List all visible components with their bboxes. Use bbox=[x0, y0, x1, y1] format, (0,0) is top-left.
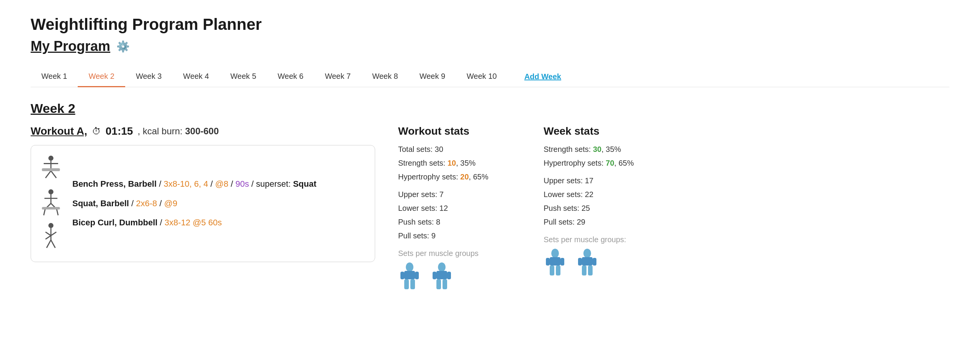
workout-section: Workout A, ⏱ 01:15 , kcal burn: 300-600 bbox=[31, 125, 375, 262]
week-heading: Week 2 bbox=[31, 101, 949, 116]
svg-point-6 bbox=[48, 189, 53, 194]
add-week-button[interactable]: Add Week bbox=[514, 67, 572, 86]
workout-muscle-figure-back bbox=[430, 262, 453, 293]
svg-line-16 bbox=[46, 232, 51, 235]
week-hypertrophy-sets-pct: 65% bbox=[619, 159, 634, 167]
tab-week-6[interactable]: Week 6 bbox=[267, 67, 314, 87]
tab-week-5[interactable]: Week 5 bbox=[220, 67, 267, 87]
tab-week-2[interactable]: Week 2 bbox=[78, 67, 125, 87]
pull-sets-value: 9 bbox=[431, 231, 436, 240]
total-sets-label: Total sets: bbox=[398, 145, 433, 153]
workout-title: Workout A, bbox=[31, 125, 87, 137]
exercise-list: Bench Press, Barbell / 3x8-10, 6, 4 / @8… bbox=[72, 155, 366, 253]
tab-week-8[interactable]: Week 8 bbox=[361, 67, 408, 87]
svg-rect-13 bbox=[42, 207, 60, 210]
tab-week-7[interactable]: Week 7 bbox=[314, 67, 361, 87]
workout-kcal-label: , kcal burn: 300-600 bbox=[137, 126, 219, 137]
svg-rect-41 bbox=[578, 258, 582, 266]
app-title: Weightlifting Program Planner bbox=[31, 15, 949, 34]
week-strength-sets-value: 30 bbox=[593, 145, 601, 153]
svg-line-10 bbox=[44, 209, 45, 215]
tab-week-4[interactable]: Week 4 bbox=[172, 67, 219, 87]
week-push-sets-row: Push sets: 25 bbox=[544, 202, 666, 214]
pull-sets-label: Pull sets: bbox=[398, 231, 429, 240]
svg-rect-28 bbox=[436, 271, 447, 279]
workout-kcal-value: 300-600 bbox=[185, 126, 219, 136]
svg-rect-35 bbox=[546, 258, 550, 266]
week-strength-sets-pct: 35% bbox=[606, 145, 621, 153]
upper-sets-row: Upper sets: 7 bbox=[398, 189, 521, 200]
bicep-curl-sets: 3x8-12 @5 60s bbox=[165, 218, 222, 227]
lower-sets-label: Lower sets: bbox=[398, 204, 437, 212]
svg-rect-31 bbox=[436, 279, 441, 289]
squat-at-sep: / bbox=[159, 199, 164, 208]
bench-press-rest: 90s bbox=[235, 179, 249, 189]
svg-rect-37 bbox=[550, 266, 554, 275]
svg-rect-30 bbox=[447, 272, 451, 279]
svg-point-14 bbox=[48, 223, 53, 228]
main-content: Workout A, ⏱ 01:15 , kcal burn: 300-600 bbox=[31, 125, 949, 293]
program-name[interactable]: My Program bbox=[31, 38, 110, 54]
week-upper-sets-label: Upper sets: bbox=[544, 176, 583, 185]
svg-line-3 bbox=[46, 171, 51, 178]
timer-icon: ⏱ bbox=[92, 126, 101, 137]
bench-press-at-sep: / bbox=[211, 179, 215, 189]
svg-line-19 bbox=[47, 240, 51, 248]
total-sets-value: 30 bbox=[435, 145, 443, 153]
tab-week-9[interactable]: Week 9 bbox=[409, 67, 456, 87]
week-hypertrophy-sets-value: 70 bbox=[606, 159, 614, 167]
workout-muscle-figure-front bbox=[398, 262, 421, 293]
tab-week-1[interactable]: Week 1 bbox=[31, 67, 78, 87]
push-sets-label: Push sets: bbox=[398, 218, 434, 226]
svg-rect-43 bbox=[582, 266, 586, 275]
week-hypertrophy-sets-row: Hypertrophy sets: 70, 65% bbox=[544, 157, 666, 169]
svg-point-27 bbox=[438, 262, 446, 272]
svg-rect-34 bbox=[550, 257, 560, 266]
svg-rect-29 bbox=[433, 272, 436, 279]
svg-rect-26 bbox=[410, 279, 415, 289]
bench-press-name: Bench Press, Barbell bbox=[72, 179, 157, 189]
workout-muscle-groups-label: Sets per muscle groups bbox=[398, 249, 521, 258]
svg-point-33 bbox=[551, 249, 559, 258]
tab-week-10[interactable]: Week 10 bbox=[456, 67, 508, 87]
squat-name: Squat, Barbell bbox=[72, 199, 129, 208]
week-muscle-figures bbox=[544, 249, 666, 279]
exercise-bench-press: Bench Press, Barbell / 3x8-10, 6, 4 / @8… bbox=[72, 178, 366, 190]
bench-press-superset-label: superset: bbox=[256, 179, 291, 189]
squat-sets: 2x6-8 bbox=[136, 199, 157, 208]
hypertrophy-sets-row: Hypertrophy sets: 20, 65% bbox=[398, 171, 521, 183]
svg-rect-22 bbox=[404, 271, 415, 279]
squat-separator: / bbox=[131, 199, 136, 208]
strength-sets-pct: 35% bbox=[460, 159, 475, 167]
total-sets-row: Total sets: 30 bbox=[398, 143, 521, 155]
exercise-card: Bench Press, Barbell / 3x8-10, 6, 4 / @8… bbox=[31, 145, 375, 262]
svg-rect-42 bbox=[593, 258, 596, 266]
lower-sets-row: Lower sets: 12 bbox=[398, 202, 521, 214]
week-strength-sets-row: Strength sets: 30, 35% bbox=[544, 143, 666, 155]
week-push-sets-value: 25 bbox=[581, 204, 590, 212]
strength-sets-row: Strength sets: 10, 35% bbox=[398, 157, 521, 169]
bench-press-figure bbox=[39, 155, 62, 185]
exercise-squat: Squat, Barbell / 2x6-8 / @9 bbox=[72, 198, 366, 210]
svg-rect-36 bbox=[560, 258, 564, 266]
workout-duration: 01:15 bbox=[106, 125, 133, 137]
workout-header: Workout A, ⏱ 01:15 , kcal burn: 300-600 bbox=[31, 125, 375, 137]
week-stats-title: Week stats bbox=[544, 125, 666, 137]
svg-point-21 bbox=[406, 262, 413, 272]
svg-rect-24 bbox=[415, 272, 419, 279]
bench-press-sets: 3x8-10, 6, 4 bbox=[163, 179, 208, 189]
svg-point-39 bbox=[583, 249, 591, 258]
week-tabs: Week 1 Week 2 Week 3 Week 4 Week 5 Week … bbox=[31, 67, 949, 87]
week-muscle-groups-label: Sets per muscle groups: bbox=[544, 235, 666, 244]
upper-sets-label: Upper sets: bbox=[398, 190, 437, 199]
bench-press-rest-sep: / bbox=[231, 179, 235, 189]
hypertrophy-sets-label: Hypertrophy sets: bbox=[398, 173, 458, 181]
workout-stats-section: Workout stats Total sets: 30 Strength se… bbox=[398, 125, 521, 293]
bicep-curl-separator: / bbox=[160, 218, 165, 227]
svg-line-18 bbox=[51, 232, 56, 235]
week-upper-sets-value: 17 bbox=[585, 176, 593, 185]
lower-sets-value: 12 bbox=[439, 204, 448, 212]
gear-icon[interactable]: ⚙️ bbox=[116, 40, 130, 53]
hypertrophy-sets-value: 20 bbox=[460, 173, 469, 181]
tab-week-3[interactable]: Week 3 bbox=[125, 67, 172, 87]
